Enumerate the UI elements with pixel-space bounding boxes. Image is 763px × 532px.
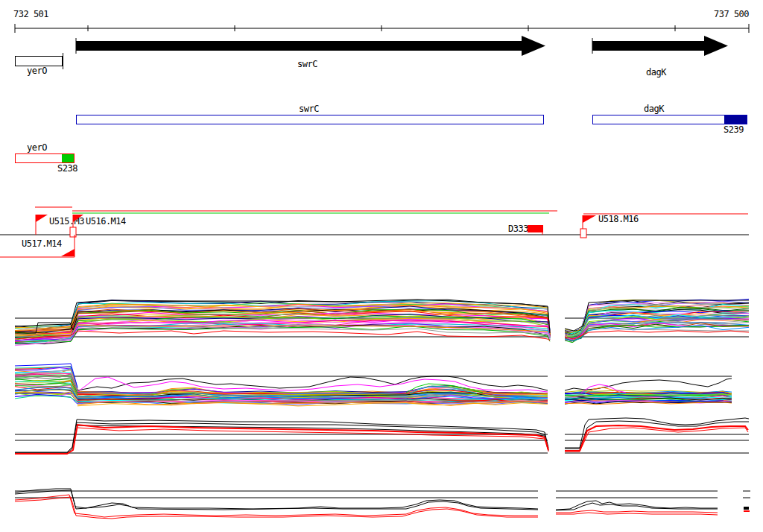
signal-square — [70, 227, 76, 237]
signal-pennant-U515.M3[interactable] — [36, 215, 48, 222]
panel-3-profile-line — [565, 428, 748, 452]
signal-square — [580, 229, 586, 238]
signal-pennant-U517.M14[interactable] — [61, 249, 75, 256]
tracks-canvas — [0, 0, 763, 532]
panel-4-profile-line — [556, 510, 718, 513]
panel-2-profile-line — [77, 377, 548, 392]
panel-3-profile-line — [565, 425, 748, 451]
terminator-box-D333[interactable] — [528, 225, 543, 232]
panel-1-profile-line — [565, 331, 749, 339]
panel-2-band-line — [15, 396, 77, 402]
panel-1-profile-line — [15, 331, 550, 341]
gene-arrow-head-swrC[interactable] — [522, 36, 545, 56]
panel-4-profile-line — [556, 513, 718, 515]
panel-3-profile-line — [77, 428, 548, 452]
signal-pennant-U516.M14[interactable] — [73, 215, 83, 222]
genome-browser-view: 732 501 737 500 yerO swrC dagK swrC dagK… — [0, 0, 763, 532]
panel-4-profile-line — [556, 501, 718, 510]
panel-2-profile-line — [565, 379, 732, 390]
gene-arrow-shaft-swrC[interactable] — [76, 41, 522, 51]
panel-4-profile-line — [15, 489, 538, 509]
gene-arrow-head-dagK[interactable] — [704, 36, 728, 56]
signal-pennant-U518.M16[interactable] — [583, 215, 596, 223]
gene-arrow-shaft-dagK[interactable] — [592, 41, 704, 51]
